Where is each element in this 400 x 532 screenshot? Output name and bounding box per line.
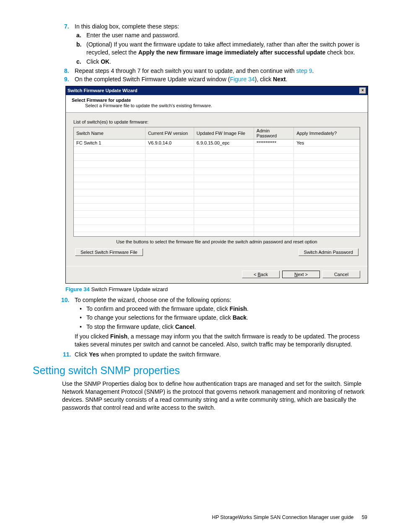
- step-7b-post: check box.: [325, 49, 355, 56]
- step-7-text: In this dialog box, complete these steps…: [75, 23, 179, 30]
- step-7-number: 7.: [64, 23, 69, 30]
- step-11: 11. Click Yes when prompted to update th…: [33, 351, 367, 358]
- back-button[interactable]: < Back: [242, 271, 280, 278]
- bullet-finish: To confirm and proceed with the firmware…: [75, 305, 367, 313]
- cell-apply-immediately: Yes: [294, 139, 360, 146]
- col-updated-fw[interactable]: Updated FW Image File: [194, 127, 254, 139]
- cell-current-fw: V6.9.0.14.0: [145, 139, 194, 146]
- figure-number: Figure 34: [65, 286, 90, 292]
- footer-text: HP StorageWorks Simple SAN Connection Ma…: [212, 514, 354, 520]
- step-7c-bold: OK: [101, 58, 109, 65]
- step-8-link[interactable]: step 9: [296, 67, 312, 74]
- table-row: [74, 146, 360, 153]
- step-10: 10. To complete the wizard, choose one o…: [33, 297, 367, 331]
- table-row: [74, 189, 360, 196]
- table-row: [74, 217, 360, 225]
- step-10-after: If you clicked Finish, a message may inf…: [33, 333, 367, 349]
- step-9-number: 9.: [64, 76, 69, 83]
- switch-grid[interactable]: Switch Name Current FW version Updated F…: [73, 127, 360, 237]
- step-7: 7. In this dialog box, complete these st…: [33, 23, 367, 66]
- step-9-post: .: [286, 76, 287, 83]
- col-admin-pw[interactable]: Admin Password: [254, 127, 294, 139]
- figure-caption: Figure 34 Switch Firmware Update wizard: [65, 286, 367, 292]
- step-8-post: .: [312, 67, 314, 74]
- next-button[interactable]: Next >: [282, 271, 320, 278]
- wizard-header: Select Firmware for update Select a Firm…: [66, 95, 368, 113]
- table-row: [74, 203, 360, 210]
- list-label: List of switch(es) to update firmware:: [73, 119, 360, 124]
- wizard-heading: Select Firmware for update: [72, 98, 362, 103]
- table-row: [74, 232, 360, 237]
- step-7a-letter: a.: [76, 31, 81, 39]
- step-9-pre: On the completed Switch Firmware Update …: [75, 76, 230, 83]
- step-9-link[interactable]: Figure 34: [230, 76, 255, 83]
- table-row: [74, 210, 360, 217]
- step-8-number: 8.: [64, 67, 69, 74]
- select-firmware-button[interactable]: Select Switch Firmware File: [75, 248, 143, 256]
- step-8-pre: Repeat steps 4 through 7 for each switch…: [75, 67, 296, 74]
- col-current-fw[interactable]: Current FW version: [145, 127, 194, 139]
- step-7c: c. Click OK.: [75, 58, 367, 66]
- page-number: 59: [362, 514, 367, 520]
- wizard-title-text: Switch Firmware Update Wizard: [68, 88, 138, 93]
- col-switch-name[interactable]: Switch Name: [74, 127, 145, 139]
- hint-text: Use the buttons to select the firmware f…: [73, 237, 360, 248]
- section-paragraph: Use the SNMP Properties dialog box to de…: [62, 380, 367, 412]
- step-9-bold: Next: [273, 76, 286, 83]
- step-11-number: 11.: [63, 351, 71, 358]
- step-7c-letter: c.: [76, 58, 81, 66]
- wizard-titlebar: Switch Firmware Update Wizard ×: [66, 86, 368, 95]
- cancel-button[interactable]: Cancel: [322, 271, 360, 278]
- wizard-body: List of switch(es) to update firmware: S…: [66, 113, 368, 266]
- table-row: [74, 168, 360, 175]
- step-7a: a. Enter the user name and password.: [75, 31, 367, 39]
- step-7a-text: Enter the user name and password.: [86, 32, 179, 39]
- col-apply-immediately[interactable]: Apply Immediately?: [294, 127, 360, 139]
- wizard-window: Switch Firmware Update Wizard × Select F…: [65, 86, 368, 284]
- table-row[interactable]: FC Switch 1 V6.9.0.14.0 6.9.0.15.00_epc …: [74, 139, 360, 146]
- table-row: [74, 225, 360, 232]
- step-10-text: To complete the wizard, choose one of th…: [75, 297, 231, 303]
- table-row: [74, 153, 360, 160]
- bullet-cancel: To stop the firmware update, click Cance…: [75, 323, 367, 331]
- step-9: 9. On the completed Switch Firmware Upda…: [33, 76, 367, 83]
- cell-switch-name: FC Switch 1: [74, 139, 145, 146]
- bullet-back: To change your selections for the firmwa…: [75, 314, 367, 322]
- table-row: [74, 175, 360, 182]
- cell-updated-fw: 6.9.0.15.00_epc: [194, 139, 254, 146]
- wizard-footer: < Back Next > Cancel: [66, 266, 368, 283]
- table-header-row: Switch Name Current FW version Updated F…: [74, 127, 360, 139]
- table-row: [74, 196, 360, 203]
- cell-admin-pw: ***********: [254, 139, 294, 146]
- step-7b-bold: Apply the new firmware image immediately…: [138, 49, 326, 56]
- step-9-mid: ), click: [255, 76, 273, 83]
- step-8: 8. Repeat steps 4 through 7 for each swi…: [33, 67, 367, 74]
- step-7b: b. (Optional) If you want the firmware u…: [75, 41, 367, 57]
- step-10-number: 10.: [61, 297, 69, 303]
- step-7c-pre: Click: [86, 58, 101, 65]
- admin-password-button[interactable]: Switch Admin Password: [299, 248, 358, 256]
- wizard-subheading: Select a Firmware file to update the swi…: [72, 103, 362, 108]
- step-7c-post: .: [109, 58, 111, 65]
- page-footer: HP StorageWorks Simple SAN Connection Ma…: [212, 514, 367, 520]
- section-heading: Setting switch SNMP properties: [33, 364, 367, 377]
- table-row: [74, 160, 360, 168]
- table-row: [74, 182, 360, 189]
- step-7b-letter: b.: [76, 41, 81, 49]
- close-icon[interactable]: ×: [359, 88, 366, 94]
- figure-text: Switch Firmware Update wizard: [90, 286, 168, 292]
